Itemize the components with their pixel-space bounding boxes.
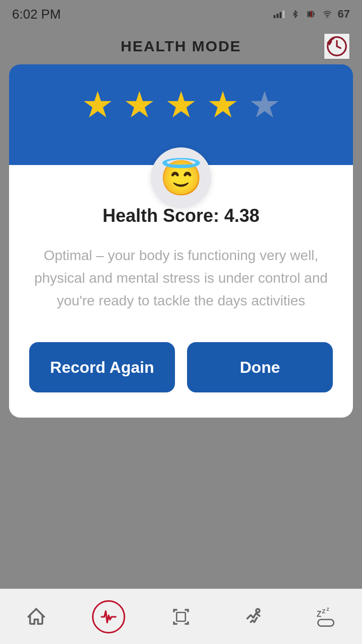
- nav-item-sleep[interactable]: Z Z Z: [296, 597, 356, 637]
- bottom-nav: Z Z Z: [0, 589, 362, 644]
- signal-icon: [274, 10, 285, 18]
- star-5: ★: [248, 87, 281, 123]
- svg-rect-0: [274, 15, 276, 18]
- history-icon: [326, 35, 348, 57]
- svg-text:Z: Z: [322, 608, 325, 615]
- health-score-label: Health Score: 4.38: [29, 205, 333, 226]
- svg-rect-6: [313, 13, 314, 15]
- status-icons: 67: [274, 8, 350, 21]
- status-time: 6:02 PM: [12, 7, 61, 22]
- nav-item-home[interactable]: [6, 597, 66, 637]
- scan-icon: [170, 606, 192, 627]
- nav-item-scan[interactable]: [151, 597, 211, 637]
- bluetooth-icon: [290, 10, 301, 18]
- svg-rect-2: [280, 12, 282, 18]
- pulse-icon: [100, 608, 117, 625]
- status-bar: 6:02 PM 67: [0, 0, 362, 28]
- svg-point-8: [326, 17, 328, 18]
- result-card: ★ ★ ★ ★ ★ 😇 Health Score: 4.38 Optimal –…: [9, 64, 353, 418]
- home-icon: [26, 606, 47, 627]
- svg-rect-3: [283, 11, 285, 18]
- svg-point-11: [256, 609, 259, 612]
- battery-icon: [306, 10, 317, 18]
- action-buttons: Record Again Done: [29, 342, 333, 392]
- star-2: ★: [123, 87, 156, 123]
- top-bar: HEALTH MODE: [0, 28, 362, 64]
- svg-text:Z: Z: [317, 610, 322, 618]
- star-1: ★: [81, 87, 114, 123]
- nav-item-activity[interactable]: [223, 597, 284, 637]
- svg-rect-15: [318, 619, 334, 626]
- wifi-icon: [322, 10, 333, 18]
- page-title: HEALTH MODE: [121, 38, 241, 55]
- svg-text:Z: Z: [326, 607, 329, 612]
- activity-icon: [243, 606, 264, 627]
- svg-rect-1: [277, 14, 279, 18]
- star-4: ★: [207, 87, 239, 123]
- sleep-icon: Z Z Z: [315, 606, 336, 627]
- done-button[interactable]: Done: [187, 342, 333, 392]
- avatar-emoji: 😇: [160, 160, 203, 195]
- pulse-active-ring: [92, 600, 125, 633]
- battery-percent: 67: [338, 8, 350, 21]
- svg-rect-10: [176, 612, 186, 621]
- record-again-button[interactable]: Record Again: [29, 342, 175, 392]
- health-description: Optimal – your body is functioning very …: [29, 245, 333, 312]
- star-3: ★: [165, 87, 198, 123]
- history-button[interactable]: [324, 33, 350, 59]
- nav-item-pulse[interactable]: [78, 597, 139, 637]
- avatar: 😇: [151, 147, 211, 208]
- svg-rect-5: [308, 12, 313, 16]
